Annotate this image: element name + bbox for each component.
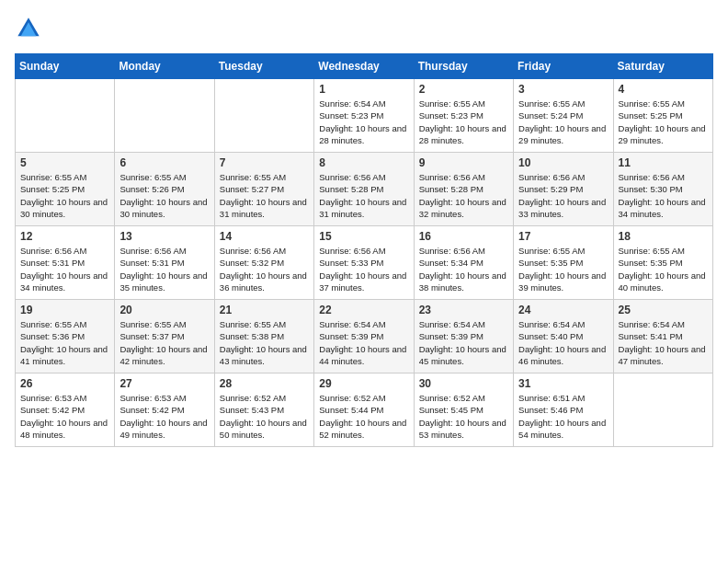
calendar-table: SundayMondayTuesdayWednesdayThursdayFrid… (15, 53, 713, 447)
day-cell: 5Sunrise: 6:55 AM Sunset: 5:25 PM Daylig… (16, 153, 115, 226)
day-cell: 14Sunrise: 6:56 AM Sunset: 5:32 PM Dayli… (214, 226, 313, 300)
day-number: 20 (119, 304, 209, 316)
day-cell: 22Sunrise: 6:54 AM Sunset: 5:39 PM Dayli… (314, 300, 414, 373)
day-info: Sunrise: 6:52 AM Sunset: 5:44 PM Dayligh… (319, 392, 408, 441)
day-cell: 10Sunrise: 6:56 AM Sunset: 5:29 PM Dayli… (514, 153, 613, 226)
day-info: Sunrise: 6:56 AM Sunset: 5:31 PM Dayligh… (119, 245, 209, 293)
day-info: Sunrise: 6:52 AM Sunset: 5:45 PM Dayligh… (419, 392, 508, 441)
day-cell: 7Sunrise: 6:55 AM Sunset: 5:27 PM Daylig… (214, 153, 313, 226)
day-number: 28 (220, 377, 309, 390)
day-number: 3 (518, 83, 608, 96)
day-number: 26 (20, 377, 109, 390)
day-header-thursday: Thursday (414, 54, 513, 79)
day-number: 5 (20, 156, 109, 169)
page-header (15, 15, 713, 42)
logo (15, 15, 46, 42)
day-number: 9 (419, 156, 508, 169)
day-header-saturday: Saturday (613, 54, 712, 79)
day-number: 22 (319, 304, 408, 316)
day-cell: 24Sunrise: 6:54 AM Sunset: 5:40 PM Dayli… (514, 300, 613, 373)
day-cell: 30Sunrise: 6:52 AM Sunset: 5:45 PM Dayli… (414, 373, 513, 447)
day-header-tuesday: Tuesday (214, 54, 313, 79)
day-number: 21 (220, 304, 309, 316)
week-row-3: 12Sunrise: 6:56 AM Sunset: 5:31 PM Dayli… (16, 226, 713, 300)
day-cell: 8Sunrise: 6:56 AM Sunset: 5:28 PM Daylig… (314, 153, 414, 226)
day-cell: 6Sunrise: 6:55 AM Sunset: 5:26 PM Daylig… (115, 153, 214, 226)
day-info: Sunrise: 6:55 AM Sunset: 5:25 PM Dayligh… (619, 98, 708, 146)
day-info: Sunrise: 6:55 AM Sunset: 5:24 PM Dayligh… (518, 98, 608, 146)
day-number: 19 (20, 304, 109, 316)
day-cell (214, 79, 313, 153)
days-header-row: SundayMondayTuesdayWednesdayThursdayFrid… (16, 54, 713, 79)
day-number: 10 (518, 156, 608, 169)
day-info: Sunrise: 6:55 AM Sunset: 5:37 PM Dayligh… (119, 318, 209, 367)
day-info: Sunrise: 6:55 AM Sunset: 5:23 PM Dayligh… (419, 98, 508, 146)
day-number: 11 (619, 156, 708, 169)
day-info: Sunrise: 6:55 AM Sunset: 5:38 PM Dayligh… (220, 318, 309, 367)
day-cell: 28Sunrise: 6:52 AM Sunset: 5:43 PM Dayli… (214, 373, 313, 447)
day-number: 2 (419, 83, 508, 96)
day-number: 16 (419, 230, 508, 243)
day-info: Sunrise: 6:54 AM Sunset: 5:41 PM Dayligh… (619, 318, 708, 367)
day-info: Sunrise: 6:56 AM Sunset: 5:30 PM Dayligh… (619, 171, 708, 220)
day-number: 4 (619, 83, 708, 96)
day-info: Sunrise: 6:56 AM Sunset: 5:32 PM Dayligh… (220, 245, 309, 293)
day-cell: 18Sunrise: 6:55 AM Sunset: 5:35 PM Dayli… (613, 226, 712, 300)
day-info: Sunrise: 6:56 AM Sunset: 5:33 PM Dayligh… (319, 245, 408, 293)
day-number: 27 (119, 377, 209, 390)
day-cell: 27Sunrise: 6:53 AM Sunset: 5:42 PM Dayli… (115, 373, 214, 447)
day-cell: 1Sunrise: 6:54 AM Sunset: 5:23 PM Daylig… (314, 79, 414, 153)
day-cell: 17Sunrise: 6:55 AM Sunset: 5:35 PM Dayli… (514, 226, 613, 300)
day-number: 1 (319, 83, 408, 96)
day-cell: 25Sunrise: 6:54 AM Sunset: 5:41 PM Dayli… (613, 300, 712, 373)
day-cell: 4Sunrise: 6:55 AM Sunset: 5:25 PM Daylig… (613, 79, 712, 153)
week-row-4: 19Sunrise: 6:55 AM Sunset: 5:36 PM Dayli… (16, 300, 713, 373)
day-number: 14 (220, 230, 309, 243)
day-number: 29 (319, 377, 408, 390)
day-info: Sunrise: 6:55 AM Sunset: 5:25 PM Dayligh… (20, 171, 109, 220)
day-cell: 12Sunrise: 6:56 AM Sunset: 5:31 PM Dayli… (16, 226, 115, 300)
day-info: Sunrise: 6:56 AM Sunset: 5:31 PM Dayligh… (20, 245, 109, 293)
day-info: Sunrise: 6:54 AM Sunset: 5:23 PM Dayligh… (319, 98, 408, 146)
day-number: 7 (220, 156, 309, 169)
day-cell: 23Sunrise: 6:54 AM Sunset: 5:39 PM Dayli… (414, 300, 513, 373)
day-number: 30 (419, 377, 508, 390)
day-info: Sunrise: 6:54 AM Sunset: 5:40 PM Dayligh… (518, 318, 608, 367)
day-number: 8 (319, 156, 408, 169)
day-number: 15 (319, 230, 408, 243)
day-info: Sunrise: 6:54 AM Sunset: 5:39 PM Dayligh… (319, 318, 408, 367)
day-info: Sunrise: 6:55 AM Sunset: 5:36 PM Dayligh… (20, 318, 109, 367)
day-number: 25 (619, 304, 708, 316)
day-cell: 26Sunrise: 6:53 AM Sunset: 5:42 PM Dayli… (16, 373, 115, 447)
week-row-2: 5Sunrise: 6:55 AM Sunset: 5:25 PM Daylig… (16, 153, 713, 226)
day-cell (16, 79, 115, 153)
day-header-friday: Friday (514, 54, 613, 79)
day-cell: 15Sunrise: 6:56 AM Sunset: 5:33 PM Dayli… (314, 226, 414, 300)
day-number: 12 (20, 230, 109, 243)
day-header-monday: Monday (115, 54, 214, 79)
day-info: Sunrise: 6:55 AM Sunset: 5:26 PM Dayligh… (119, 171, 209, 220)
day-number: 6 (119, 156, 209, 169)
day-info: Sunrise: 6:52 AM Sunset: 5:43 PM Dayligh… (220, 392, 309, 441)
logo-icon (15, 15, 42, 42)
day-cell: 31Sunrise: 6:51 AM Sunset: 5:46 PM Dayli… (514, 373, 613, 447)
week-row-5: 26Sunrise: 6:53 AM Sunset: 5:42 PM Dayli… (16, 373, 713, 447)
week-row-1: 1Sunrise: 6:54 AM Sunset: 5:23 PM Daylig… (16, 79, 713, 153)
day-number: 23 (419, 304, 508, 316)
day-cell: 9Sunrise: 6:56 AM Sunset: 5:28 PM Daylig… (414, 153, 513, 226)
day-number: 17 (518, 230, 608, 243)
day-number: 24 (518, 304, 608, 316)
day-cell (613, 373, 712, 447)
day-header-wednesday: Wednesday (314, 54, 414, 79)
day-cell: 3Sunrise: 6:55 AM Sunset: 5:24 PM Daylig… (514, 79, 613, 153)
day-cell: 11Sunrise: 6:56 AM Sunset: 5:30 PM Dayli… (613, 153, 712, 226)
day-cell: 2Sunrise: 6:55 AM Sunset: 5:23 PM Daylig… (414, 79, 513, 153)
day-cell (115, 79, 214, 153)
day-cell: 29Sunrise: 6:52 AM Sunset: 5:44 PM Dayli… (314, 373, 414, 447)
day-info: Sunrise: 6:56 AM Sunset: 5:34 PM Dayligh… (419, 245, 508, 293)
day-cell: 20Sunrise: 6:55 AM Sunset: 5:37 PM Dayli… (115, 300, 214, 373)
day-info: Sunrise: 6:55 AM Sunset: 5:27 PM Dayligh… (220, 171, 309, 220)
day-info: Sunrise: 6:53 AM Sunset: 5:42 PM Dayligh… (20, 392, 109, 441)
day-number: 13 (119, 230, 209, 243)
day-header-sunday: Sunday (16, 54, 115, 79)
